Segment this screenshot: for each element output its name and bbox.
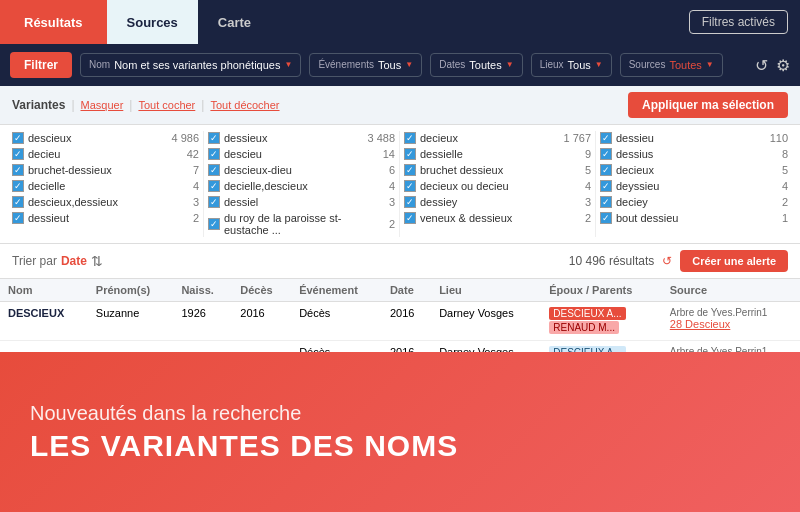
variant-checkbox[interactable] xyxy=(12,212,24,224)
variant-name: decieux xyxy=(420,132,559,144)
variant-name: decieux ou decieu xyxy=(420,180,581,192)
variant-checkbox[interactable] xyxy=(404,212,416,224)
filter-bar-icons: ↺ ⚙ xyxy=(755,56,790,75)
variant-checkbox[interactable] xyxy=(208,132,220,144)
variant-checkbox[interactable] xyxy=(600,164,612,176)
variant-checkbox[interactable] xyxy=(208,148,220,160)
variant-checkbox[interactable] xyxy=(600,180,612,192)
dropdown-evenements[interactable]: Événements Tous ▼ xyxy=(309,53,422,77)
sort-direction-icon[interactable]: ⇅ xyxy=(91,253,103,269)
epoux-tag[interactable]: RENAUD M... xyxy=(549,321,619,334)
variant-count: 3 488 xyxy=(367,132,395,144)
variant-checkbox[interactable] xyxy=(600,196,612,208)
table-row: DESCIEUXSuzanne19262016Décès2016Darney V… xyxy=(0,302,800,341)
dropdown-evenements-label: Événements xyxy=(318,60,374,70)
cell-naiss: 1926 xyxy=(173,302,232,341)
variant-checkbox[interactable] xyxy=(600,212,612,224)
variant-count: 4 xyxy=(389,180,395,192)
dropdown-lieux-value: Tous xyxy=(568,58,591,72)
tout-decocher-link[interactable]: Tout décocher xyxy=(210,99,279,111)
variant-row: decieux ou decieu4 xyxy=(404,179,591,193)
variant-name: veneux & dessieux xyxy=(420,212,581,224)
variant-checkbox[interactable] xyxy=(600,148,612,160)
cell-source: Arbre de Yves.Perrin128 Descieux xyxy=(662,302,800,341)
appliquer-button[interactable]: Appliquer ma sélection xyxy=(628,92,788,118)
results-count-text: 10 496 résultats xyxy=(569,254,654,268)
variant-checkbox[interactable] xyxy=(208,196,220,208)
variant-checkbox[interactable] xyxy=(12,196,24,208)
variant-checkbox[interactable] xyxy=(208,164,220,176)
tab-sources-label: Sources xyxy=(127,15,178,30)
variant-name: dessieut xyxy=(28,212,189,224)
dropdown-sources-arrow: ▼ xyxy=(706,60,714,69)
variant-row: dessielle9 xyxy=(404,147,591,161)
variant-row: bruchet dessieux5 xyxy=(404,163,591,177)
tab-resultats[interactable]: Résultats xyxy=(0,0,107,44)
filtrer-button[interactable]: Filtrer xyxy=(10,52,72,78)
col-epoux: Époux / Parents xyxy=(541,279,662,302)
variant-name: dessius xyxy=(616,148,778,160)
variant-checkbox[interactable] xyxy=(12,164,24,176)
dropdown-sources-label: Sources xyxy=(629,60,666,70)
variant-checkbox[interactable] xyxy=(12,132,24,144)
tout-cocher-link[interactable]: Tout cocher xyxy=(138,99,195,111)
variant-count: 4 xyxy=(193,180,199,192)
variant-count: 4 xyxy=(585,180,591,192)
tab-sources[interactable]: Sources xyxy=(107,0,198,44)
variant-name: dessiey xyxy=(420,196,581,208)
variant-checkbox[interactable] xyxy=(600,132,612,144)
dropdown-dates[interactable]: Dates Toutes ▼ xyxy=(430,53,522,77)
tab-carte[interactable]: Carte xyxy=(198,0,271,44)
sort-field-button[interactable]: Date xyxy=(61,254,87,268)
variant-checkbox[interactable] xyxy=(404,164,416,176)
variant-checkbox[interactable] xyxy=(12,148,24,160)
variant-checkbox[interactable] xyxy=(404,180,416,192)
variant-count: 5 xyxy=(585,164,591,176)
variant-row: dessieut2 xyxy=(12,211,199,225)
variant-checkbox[interactable] xyxy=(208,218,220,230)
variant-checkbox[interactable] xyxy=(404,196,416,208)
col-naiss: Naiss. xyxy=(173,279,232,302)
settings-icon[interactable]: ⚙ xyxy=(776,56,790,75)
variant-count: 110 xyxy=(770,132,788,144)
variant-name: dessiel xyxy=(224,196,385,208)
filtres-actives-button[interactable]: Filtres activés xyxy=(689,10,788,34)
variant-checkbox[interactable] xyxy=(404,148,416,160)
creer-alerte-button[interactable]: Créer une alerte xyxy=(680,250,788,272)
variant-name: decieux xyxy=(616,164,778,176)
variant-name: dessielle xyxy=(420,148,581,160)
variant-name: bout dessieu xyxy=(616,212,778,224)
dropdown-lieux[interactable]: Lieux Tous ▼ xyxy=(531,53,612,77)
variant-row: decielle4 xyxy=(12,179,199,193)
epoux-tag[interactable]: DESCIEUX A... xyxy=(549,307,625,320)
variant-checkbox[interactable] xyxy=(208,180,220,192)
dropdown-dates-label: Dates xyxy=(439,60,465,70)
variant-name: decielle,descieux xyxy=(224,180,385,192)
masquer-link[interactable]: Masquer xyxy=(81,99,124,111)
sort-bar: Trier par Date ⇅ 10 496 résultats ↺ Crée… xyxy=(0,244,800,279)
variant-count: 4 986 xyxy=(171,132,199,144)
dropdown-dates-value: Toutes xyxy=(469,58,501,72)
col-evenement: Événement xyxy=(291,279,382,302)
variant-name: descieu xyxy=(224,148,379,160)
variant-row: bruchet-dessieux7 xyxy=(12,163,199,177)
dropdown-nom[interactable]: Nom Nom et ses variantes phonétiques ▼ xyxy=(80,53,301,77)
refresh-icon[interactable]: ↺ xyxy=(755,56,768,75)
source-arbre: Arbre de Yves.Perrin1 xyxy=(670,307,792,318)
variant-count: 2 xyxy=(193,212,199,224)
variant-name: decielle xyxy=(28,180,189,192)
cell-nom[interactable]: DESCIEUX xyxy=(0,302,88,341)
source-count-link[interactable]: 28 Descieux xyxy=(670,318,731,330)
history-icon[interactable]: ↺ xyxy=(662,254,672,268)
variant-row: dessieux3 488 xyxy=(208,131,395,145)
variant-name: deciey xyxy=(616,196,778,208)
variant-count: 3 xyxy=(389,196,395,208)
tab-carte-label: Carte xyxy=(218,15,251,30)
dropdown-lieux-arrow: ▼ xyxy=(595,60,603,69)
variant-column-col4: dessieu110dessius8decieux5deyssieu4decie… xyxy=(596,131,792,237)
variant-checkbox[interactable] xyxy=(404,132,416,144)
variant-checkbox[interactable] xyxy=(12,180,24,192)
dropdown-sources[interactable]: Sources Toutes ▼ xyxy=(620,53,723,77)
variant-row: deciey2 xyxy=(600,195,788,209)
sep3: | xyxy=(201,98,204,112)
